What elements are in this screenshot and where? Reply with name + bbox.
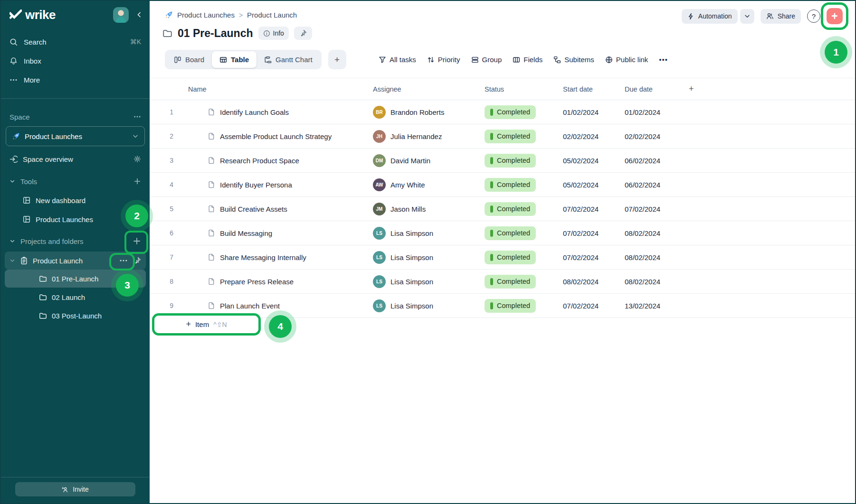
user-avatar[interactable] xyxy=(113,7,129,23)
filter-all-tasks-button[interactable]: All tasks xyxy=(379,56,416,64)
assignee-cell[interactable]: JHJulia Hernandez xyxy=(367,130,478,143)
help-button[interactable]: ? xyxy=(807,9,820,23)
status-cell[interactable]: Completed xyxy=(478,130,557,143)
create-new-button[interactable]: + xyxy=(827,8,843,24)
task-name[interactable]: Build Messaging xyxy=(220,229,272,237)
column-header-status[interactable]: Status xyxy=(478,85,557,93)
due-date-cell[interactable]: 07/02/2024 xyxy=(618,205,680,213)
add-project-icon[interactable] xyxy=(133,237,141,245)
assignee-cell[interactable]: DMDavid Martin xyxy=(367,154,478,167)
priority-sort-button[interactable]: Priority xyxy=(427,56,460,64)
status-cell[interactable]: Completed xyxy=(478,226,557,240)
add-view-button[interactable]: + xyxy=(328,50,346,69)
sidebar-item-search[interactable]: Search ⌘K xyxy=(1,32,150,51)
table-row[interactable]: 3 Research Product Space DMDavid Martin … xyxy=(150,149,855,173)
start-date-cell[interactable]: 05/02/2024 xyxy=(557,181,618,189)
column-header-name[interactable]: Name xyxy=(182,85,367,93)
invite-button[interactable]: Invite xyxy=(15,482,135,496)
assignee-cell[interactable]: LSLisa Simpson xyxy=(367,275,478,288)
status-cell[interactable]: Completed xyxy=(478,154,557,168)
task-name[interactable]: Research Product Space xyxy=(220,157,299,165)
task-name[interactable]: Assemble Product Launch Strategy xyxy=(220,132,332,140)
add-tool-icon[interactable] xyxy=(133,177,141,185)
add-item-button[interactable]: + Item ^⇧N xyxy=(154,316,258,333)
table-row[interactable]: 1 Identify Launch Goals BRBrandon Robert… xyxy=(150,100,855,124)
fields-button[interactable]: Fields xyxy=(513,56,542,64)
due-date-cell[interactable]: 01/02/2024 xyxy=(618,108,680,116)
sidebar-item-new-dashboard[interactable]: New dashboard xyxy=(1,191,150,210)
pin-button[interactable] xyxy=(294,27,312,40)
table-row[interactable]: 6 Build Messaging LSLisa Simpson Complet… xyxy=(150,221,855,245)
assignee-cell[interactable]: BRBrandon Roberts xyxy=(367,106,478,119)
assignee-cell[interactable]: LSLisa Simpson xyxy=(367,227,478,240)
start-date-cell[interactable]: 08/02/2024 xyxy=(557,278,618,286)
sidebar-item-inbox[interactable]: Inbox xyxy=(1,51,150,70)
start-date-cell[interactable]: 02/02/2024 xyxy=(557,132,618,140)
status-cell[interactable]: Completed xyxy=(478,178,557,192)
automation-button[interactable]: Automation xyxy=(682,9,738,24)
breadcrumb-space[interactable]: Product Launches xyxy=(177,11,235,19)
task-name[interactable]: Identify Buyer Persona xyxy=(220,181,292,189)
sidebar-item-folder-03-post-launch[interactable]: 03 Post-Launch xyxy=(5,307,146,325)
info-button[interactable]: Info xyxy=(258,27,289,40)
assignee-name: Lisa Simpson xyxy=(390,253,433,261)
toolbar-more-button[interactable]: ••• xyxy=(659,56,668,64)
space-selector[interactable]: Product Launches xyxy=(6,126,145,146)
status-cell[interactable]: Completed xyxy=(478,275,557,289)
assignee-cell[interactable]: LSLisa Simpson xyxy=(367,251,478,264)
column-header-due-date[interactable]: Due date xyxy=(618,85,680,93)
start-date-cell[interactable]: 07/02/2024 xyxy=(557,205,618,213)
share-button[interactable]: Share xyxy=(761,9,801,24)
task-name[interactable]: Identify Launch Goals xyxy=(220,108,289,116)
table-row[interactable]: 2 Assemble Product Launch Strategy JHJul… xyxy=(150,124,855,149)
space-options-icon[interactable] xyxy=(133,113,141,121)
assignee-cell[interactable]: LSLisa Simpson xyxy=(367,299,478,312)
add-column-button[interactable]: + xyxy=(680,84,855,94)
assignee-cell[interactable]: AWAmy White xyxy=(367,178,478,191)
assignee-cell[interactable]: JMJason Mills xyxy=(367,203,478,215)
sidebar-item-space-overview[interactable]: Space overview xyxy=(1,149,150,168)
column-header-start-date[interactable]: Start date xyxy=(557,85,618,93)
collapse-sidebar-icon[interactable] xyxy=(135,11,143,19)
due-date-cell[interactable]: 06/02/2024 xyxy=(618,181,680,189)
tools-section-header[interactable]: Tools xyxy=(1,172,150,191)
due-date-cell[interactable]: 08/02/2024 xyxy=(618,278,680,286)
column-header-assignee[interactable]: Assignee xyxy=(367,85,478,93)
table-row[interactable]: 7 Share Messaging Internally LSLisa Simp… xyxy=(150,245,855,270)
task-name[interactable]: Plan Launch Event xyxy=(220,302,280,310)
project-more-icon[interactable] xyxy=(119,256,128,265)
projects-section-header[interactable]: Projects and folders xyxy=(1,232,150,251)
status-cell[interactable]: Completed xyxy=(478,251,557,264)
gear-icon[interactable] xyxy=(133,155,141,163)
table-row[interactable]: 4 Identify Buyer Persona AWAmy White Com… xyxy=(150,173,855,197)
table-row[interactable]: 8 Prepare Press Release LSLisa Simpson C… xyxy=(150,270,855,294)
due-date-cell[interactable]: 08/02/2024 xyxy=(618,229,680,237)
table-row[interactable]: 5 Build Creative Assets JMJason Mills Co… xyxy=(150,197,855,221)
start-date-cell[interactable]: 01/02/2024 xyxy=(557,108,618,116)
tab-gantt-chart[interactable]: Gantt Chart xyxy=(257,51,320,68)
group-button[interactable]: Group xyxy=(471,56,502,64)
start-date-cell[interactable]: 07/02/2024 xyxy=(557,302,618,310)
task-name[interactable]: Prepare Press Release xyxy=(220,278,294,286)
status-cell[interactable]: Completed xyxy=(478,105,557,119)
breadcrumb-project[interactable]: Product Launch xyxy=(247,11,297,19)
task-name[interactable]: Build Creative Assets xyxy=(220,205,287,213)
tab-table[interactable]: Table xyxy=(212,51,257,68)
task-name[interactable]: Share Messaging Internally xyxy=(220,253,306,261)
start-date-cell[interactable]: 07/02/2024 xyxy=(557,253,618,261)
tab-board[interactable]: Board xyxy=(166,51,212,68)
public-link-button[interactable]: Public link xyxy=(605,56,648,64)
status-cell[interactable]: Completed xyxy=(478,202,557,216)
due-date-cell[interactable]: 06/02/2024 xyxy=(618,157,680,165)
pin-icon[interactable] xyxy=(133,257,141,264)
sidebar-item-more[interactable]: More xyxy=(1,70,150,89)
sidebar-item-product-launch-project[interactable]: Product Launch xyxy=(5,252,146,270)
status-cell[interactable]: Completed xyxy=(478,299,557,313)
start-date-cell[interactable]: 05/02/2024 xyxy=(557,157,618,165)
due-date-cell[interactable]: 08/02/2024 xyxy=(618,253,680,261)
subitems-button[interactable]: Subitems xyxy=(553,56,594,64)
automation-dropdown-button[interactable] xyxy=(740,9,754,24)
due-date-cell[interactable]: 13/02/2024 xyxy=(618,302,680,310)
due-date-cell[interactable]: 02/02/2024 xyxy=(618,132,680,140)
start-date-cell[interactable]: 07/02/2024 xyxy=(557,229,618,237)
